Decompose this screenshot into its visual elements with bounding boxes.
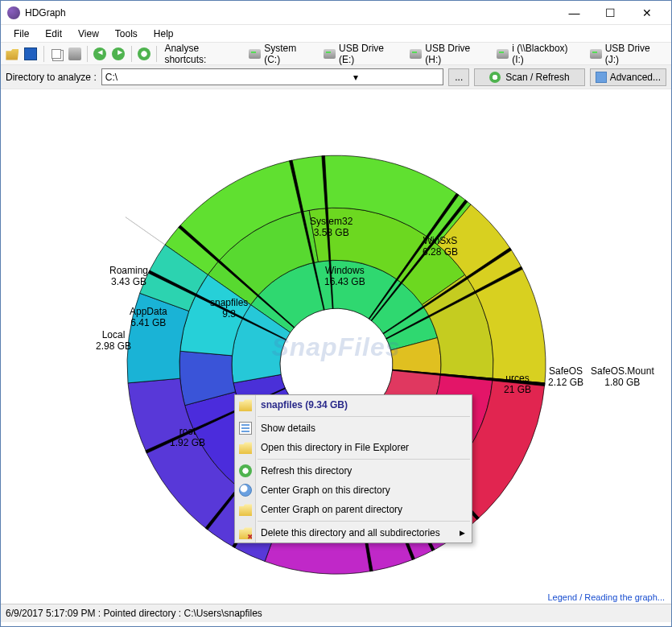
dropdown-icon[interactable]: ▾ <box>272 72 439 83</box>
ctx-center-this[interactable]: Center Graph on this directory <box>235 481 472 500</box>
forward-button[interactable] <box>110 45 127 63</box>
scan-label: Scan / Refresh <box>505 72 569 83</box>
ctx-label: Refresh this directory <box>261 465 352 476</box>
drive-icon <box>249 49 261 59</box>
ctx-delete[interactable]: Delete this directory and all subdirecto… <box>235 523 472 542</box>
separator <box>43 46 44 62</box>
drive-label: USB Drive (J:) <box>605 43 663 65</box>
open-icon <box>6 47 19 60</box>
scan-refresh-button[interactable]: Scan / Refresh <box>474 68 584 86</box>
drive-icon <box>590 49 602 59</box>
save-icon <box>24 47 37 60</box>
drive-shortcut-c[interactable]: System (C:) <box>244 43 317 65</box>
ctx-center-parent[interactable]: Center Graph on parent directory <box>235 500 472 519</box>
menu-view[interactable]: View <box>70 27 107 41</box>
menubar: File Edit View Tools Help <box>1 25 671 43</box>
drive-label: i (\\Blackbox) (I:) <box>512 43 578 65</box>
ctx-open-explorer[interactable]: Open this directory in File Explorer <box>235 438 472 457</box>
directory-combobox[interactable]: C:\ ▾ <box>101 68 444 85</box>
back-button[interactable] <box>92 45 109 63</box>
directory-bar: Directory to analyze : C:\ ▾ ... Scan / … <box>1 65 671 89</box>
refresh-icon <box>489 72 501 83</box>
ctx-label: Center Graph on this directory <box>261 485 390 496</box>
app-icon <box>7 6 20 19</box>
toolbar: Analyse shortcuts: System (C:) USB Drive… <box>1 43 671 65</box>
close-button[interactable]: ✕ <box>629 1 665 24</box>
titlebar: HDGraph — ☐ ✕ <box>1 1 671 25</box>
drive-label: USB Drive (E:) <box>339 43 398 65</box>
drive-shortcut-i[interactable]: i (\\Blackbox) (I:) <box>492 43 583 65</box>
drive-shortcut-j[interactable]: USB Drive (J:) <box>585 43 668 65</box>
details-icon <box>239 422 252 435</box>
advanced-button[interactable]: Advanced... <box>590 68 666 86</box>
print-icon <box>68 47 81 60</box>
directory-path: C:\ <box>105 72 273 83</box>
ctx-separator <box>258 416 470 417</box>
advanced-label: Advanced... <box>610 72 661 83</box>
statusbar: 6/9/2017 5:17:09 PM : Pointed directory … <box>1 604 671 622</box>
refresh-icon <box>239 464 252 477</box>
drive-icon <box>410 49 422 59</box>
copy-icon <box>52 49 61 59</box>
ctx-refresh-dir[interactable]: Refresh this directory <box>235 461 472 481</box>
refresh-icon <box>138 47 150 60</box>
directory-label: Directory to analyze : <box>6 72 97 83</box>
drive-label: USB Drive (H:) <box>425 43 485 65</box>
drive-shortcut-e[interactable]: USB Drive (E:) <box>319 43 403 65</box>
sunburst-graph[interactable]: SnapFiles Windows16.43 GB System323.58 G… <box>1 89 671 604</box>
separator <box>131 46 132 62</box>
menu-edit[interactable]: Edit <box>37 27 70 41</box>
window-title: HDGraph <box>25 7 556 19</box>
save-button[interactable] <box>23 45 39 63</box>
delete-icon <box>239 526 252 539</box>
menu-help[interactable]: Help <box>146 27 182 41</box>
minimize-button[interactable]: — <box>556 1 592 24</box>
drive-icon <box>497 49 509 59</box>
context-menu: snapfiles (9.34 GB) Show details Open th… <box>234 394 472 543</box>
print-button[interactable] <box>66 45 83 63</box>
ctx-separator <box>258 459 470 460</box>
drive-label: System (C:) <box>264 43 312 65</box>
browse-button[interactable]: ... <box>448 68 469 86</box>
zoom-icon <box>239 484 252 497</box>
explorer-icon <box>239 441 252 454</box>
back-icon <box>93 47 106 60</box>
legend-link[interactable]: Legend / Reading the graph... <box>547 592 665 602</box>
separator <box>87 46 88 62</box>
copy-button[interactable] <box>48 45 65 63</box>
status-text: 6/9/2017 5:17:09 PM : Pointed directory … <box>6 608 262 619</box>
open-button[interactable] <box>4 45 21 63</box>
menu-file[interactable]: File <box>6 27 37 41</box>
forward-icon <box>112 47 125 60</box>
parent-folder-icon <box>239 503 252 516</box>
folder-icon <box>239 398 252 411</box>
ctx-show-details[interactable]: Show details <box>235 419 472 438</box>
ctx-label: Open this directory in File Explorer <box>261 442 409 453</box>
drive-shortcut-h[interactable]: USB Drive (H:) <box>405 43 490 65</box>
ctx-label: Center Graph on parent directory <box>261 504 402 515</box>
ctx-label: Delete this directory and all subdirecto… <box>261 527 440 538</box>
ctx-label: Show details <box>261 423 315 434</box>
ctx-header[interactable]: snapfiles (9.34 GB) <box>235 395 472 415</box>
shortcuts-label: Analyse shortcuts: <box>161 43 242 65</box>
separator <box>156 46 157 62</box>
submenu-arrow-icon: ▶ <box>460 529 465 537</box>
ctx-header-label: snapfiles (9.34 GB) <box>261 399 348 410</box>
menu-tools[interactable]: Tools <box>107 27 146 41</box>
ctx-separator <box>258 521 470 522</box>
refresh-button[interactable] <box>136 45 153 63</box>
maximize-button[interactable]: ☐ <box>592 1 629 24</box>
drive-icon <box>324 49 336 59</box>
advanced-icon <box>596 72 607 83</box>
watermark: SnapFiles <box>271 332 400 361</box>
